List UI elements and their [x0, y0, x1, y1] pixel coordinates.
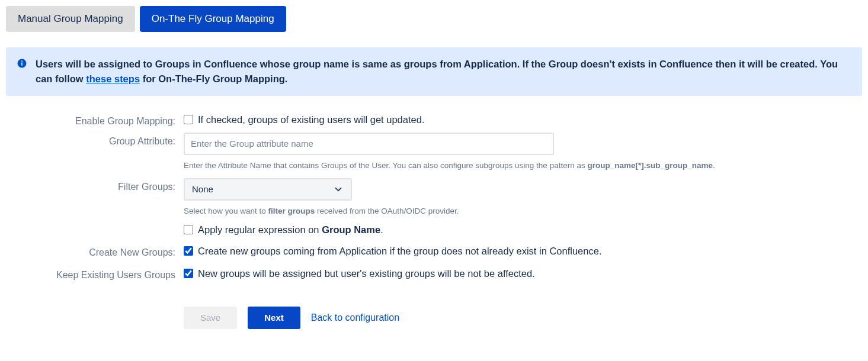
buttons-row: Save Next Back to configuration — [184, 307, 862, 329]
tab-manual-group-mapping[interactable]: Manual Group Mapping — [6, 6, 135, 32]
svg-rect-1 — [21, 63, 23, 66]
next-button[interactable]: Next — [248, 307, 300, 329]
label-group-attribute: Group Attribute: — [6, 133, 184, 147]
chevron-down-icon — [333, 184, 344, 195]
svg-point-2 — [21, 60, 23, 62]
help-group-attribute: Enter the Attribute Name that contains G… — [184, 161, 776, 170]
label-enable-group-mapping: Enable Group Mapping: — [6, 112, 184, 127]
info-icon — [17, 58, 27, 69]
desc-keep-existing-groups: New groups will be assigned but user's e… — [198, 268, 535, 279]
save-button[interactable]: Save — [184, 307, 237, 329]
link-these-steps[interactable]: these steps — [86, 73, 140, 84]
back-to-configuration-link[interactable]: Back to configuration — [311, 312, 399, 323]
tab-on-the-fly-group-mapping[interactable]: On-The Fly Group Mapping — [140, 6, 286, 32]
checkbox-enable-group-mapping[interactable] — [184, 115, 193, 124]
select-filter-groups[interactable]: None — [184, 178, 352, 201]
input-group-attribute[interactable] — [184, 133, 554, 155]
form: Enable Group Mapping: If checked, groups… — [6, 112, 862, 329]
desc-apply-regex: Apply regular expression on Group Name. — [198, 224, 383, 236]
checkbox-keep-existing-groups[interactable] — [184, 269, 193, 278]
label-keep-existing-groups: Keep Existing Users Groups — [6, 266, 184, 281]
label-filter-groups: Filter Groups: — [6, 178, 184, 192]
desc-create-new-groups: Create new groups coming from Applicatio… — [198, 246, 601, 257]
help-filter-groups: Select how you want to filter groups rec… — [184, 207, 776, 215]
checkbox-apply-regex[interactable] — [184, 225, 193, 234]
label-create-new-groups: Create New Groups: — [6, 244, 184, 258]
info-text: Users will be assigned to Groups in Conf… — [36, 57, 851, 86]
desc-enable-group-mapping: If checked, groups of existing users wil… — [198, 114, 424, 125]
checkbox-create-new-groups[interactable] — [184, 246, 193, 256]
select-filter-groups-value: None — [192, 184, 213, 194]
info-panel: Users will be assigned to Groups in Conf… — [6, 47, 862, 96]
tabs: Manual Group Mapping On-The Fly Group Ma… — [6, 6, 862, 32]
